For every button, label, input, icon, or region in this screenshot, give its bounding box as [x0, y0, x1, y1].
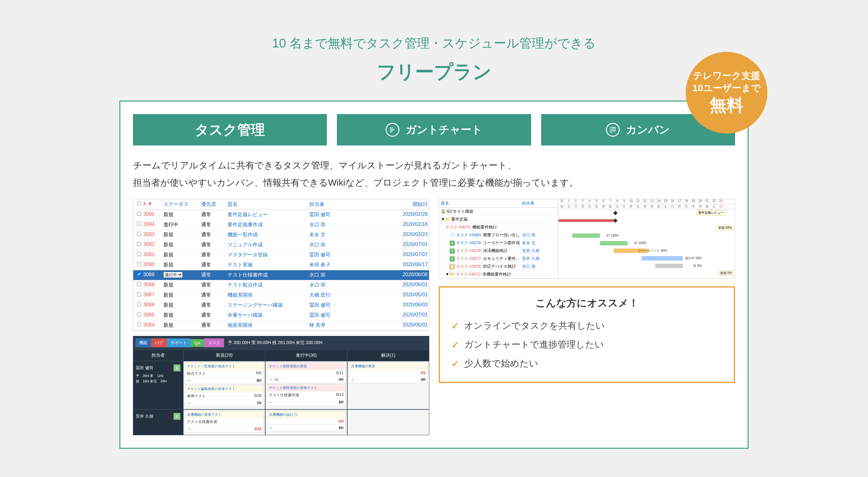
plan-title: フリープラン: [119, 59, 749, 85]
task-row[interactable]: 3084 新規 通常 画面系開発 林 美琴 2020/05/01: [133, 320, 429, 330]
filter-tag[interactable]: 機能: [135, 339, 151, 347]
gantt-bar[interactable]: [558, 219, 614, 222]
row-checkbox[interactable]: [137, 262, 141, 266]
col-priority[interactable]: 優先度: [201, 201, 227, 208]
day-number: 15: [662, 199, 669, 204]
day-number: 31: [558, 199, 565, 204]
kanban-board: 機能バグサポートQAタスク予 330.00H 実 69.00H 残 261.00…: [133, 336, 429, 435]
kanban-card[interactable]: 共通機能の設計 ◎3/9↔6H: [267, 411, 346, 432]
row-checkbox[interactable]: [137, 272, 141, 276]
gantt-row[interactable]: 📄 タスク #3080: 業務フロー洗い出し水口 崇: [439, 231, 558, 239]
gantt-row[interactable]: 実タスク #3079: ユースケース図作成末永 文: [439, 239, 558, 247]
kanban-card[interactable]: チケット編集画面の単体テスト単体テスト5/28↔7H: [185, 385, 264, 407]
gantt-label: 要件定義レビュー: [697, 210, 725, 216]
task-status: 新規: [163, 262, 201, 268]
select-all-checkbox[interactable]: [137, 201, 141, 205]
gantt-row[interactable]: 実タスク #3077: セキュリティ要件検討安井 久雄: [439, 255, 558, 263]
task-status: 進行中: [163, 272, 201, 278]
gantt-row[interactable]: 📄タスク #3076: 対応デバイス検討水口 崇: [439, 263, 558, 271]
task-priority: 通常: [201, 272, 227, 278]
col-id[interactable]: # ▼: [143, 201, 163, 208]
milestone-icon: [613, 218, 618, 223]
task-assignee: 水口 崇: [309, 282, 347, 288]
task-id: 3094: [143, 222, 163, 228]
kanban-assignee: 冨冨田 健司予 28H 実 12H残 16H 未完 28H: [133, 361, 183, 409]
gantt-row[interactable]: タスク #3075: 機能要件検討: [439, 223, 558, 231]
task-row[interactable]: 3086 新規 通常 ステージングサーバ構築 冨田 健司 2020/06/03: [133, 300, 429, 311]
task-assignee: 冨田 健司: [309, 252, 347, 258]
row-checkbox[interactable]: [137, 322, 141, 326]
task-row[interactable]: 3093 新規 通常 機能一覧作成 末永 文 2020/03/23: [133, 230, 429, 240]
task-title: テスト仕様書作成: [227, 272, 309, 278]
gantt-assignee: 水口 崇: [522, 232, 556, 238]
kanban-card[interactable]: 共通機能の単体テストテスト仕様書作成↔3/10: [185, 411, 264, 433]
kanban-card[interactable]: チケット削除画面の実装5/11↔ +24H: [267, 362, 346, 383]
task-start: 2020/06/03: [390, 302, 428, 309]
kanban-cell-new: 共通機能の単体テストテスト仕様書作成↔3/10: [183, 409, 265, 435]
tab-1[interactable]: ガントチャート: [337, 114, 531, 146]
task-priority: 通常: [201, 312, 227, 319]
row-checkbox[interactable]: [137, 212, 141, 216]
gantt-bar[interactable]: 非 0%: [655, 264, 683, 268]
kanban-cell-progress: チケット削除画面の実装5/11↔ +24Hチケット削除画面の単体テストテスト仕様…: [265, 361, 347, 409]
task-priority: 通常: [201, 262, 227, 268]
recommend-text: 少人数で始めたい: [464, 357, 538, 370]
row-checkbox[interactable]: [137, 242, 141, 246]
task-status: 新規: [163, 282, 201, 288]
task-status: 新規: [163, 252, 201, 258]
gantt-row[interactable]: 🏠 ECサイト構築: [439, 208, 558, 216]
gantt-progress: 非 0%: [693, 264, 702, 268]
task-row[interactable]: 3087 新規 通常 機能系開発 大橋 宏行 2020/05/01: [133, 290, 429, 300]
gantt-bar[interactable]: 47 100%: [600, 241, 628, 246]
gantt-assignee: 安井 久雄: [522, 248, 556, 254]
col-title[interactable]: 題名: [227, 201, 309, 208]
filter-tag[interactable]: サポート: [167, 339, 191, 347]
task-row[interactable]: 3089 進行中 通常 テスト仕様書作成 水口 崇 2020/06/08: [133, 270, 429, 280]
gantt-row[interactable]: ▼📁 タスク #3072: 非機能要件検討: [439, 271, 558, 278]
day-name: 水: [642, 204, 648, 209]
filter-tag[interactable]: QA: [191, 339, 204, 347]
task-priority: 通常: [201, 282, 227, 288]
gantt-task-title: : セキュリティ要件検討: [481, 256, 522, 261]
task-row[interactable]: 3091 新規 通常 マスタデータ登録 冨田 健司 2020/07/07: [133, 250, 429, 260]
col-start[interactable]: 開始日: [390, 201, 428, 208]
filter-tag[interactable]: バグ: [151, 339, 167, 347]
tab-label: タスク管理: [195, 121, 265, 139]
day-number: 6: [600, 199, 607, 204]
status-select[interactable]: 進行中: [163, 272, 183, 278]
gantt-bar[interactable]: 47 100%: [572, 233, 600, 238]
task-row[interactable]: 3088 新規 通常 テスト観点作成 水口 崇 2020/06/01: [133, 280, 429, 290]
recommend-text: オンラインでタスクを共有したい: [464, 320, 605, 332]
task-assignee: 冨田 健司: [309, 312, 347, 319]
day-number: 20: [697, 199, 704, 204]
task-assignee: 水口 崇: [309, 242, 347, 248]
task-title: 要件定義書作成: [227, 222, 309, 228]
row-checkbox[interactable]: [137, 312, 141, 316]
row-checkbox[interactable]: [137, 292, 141, 296]
gantt-row[interactable]: ▼📁 要件定義: [439, 216, 558, 223]
task-row[interactable]: 3085 新規 通常 本番サーバ構築 冨田 健司 2020/07/01: [133, 311, 429, 320]
filter-tag[interactable]: タスク: [204, 339, 224, 347]
day-number: 8: [614, 199, 621, 204]
row-checkbox[interactable]: [137, 302, 141, 306]
row-checkbox[interactable]: [137, 222, 141, 226]
row-checkbox[interactable]: [137, 232, 141, 236]
kanban-card[interactable]: 共通機能の実装3/5↔3H: [349, 362, 428, 383]
kanban-card[interactable]: チケット削除画面の単体テストテスト仕様書作成6/13↔6H: [267, 384, 346, 406]
col-assignee[interactable]: 担当者: [309, 201, 347, 208]
gantt-bar[interactable]: 進行中 50%: [642, 256, 683, 260]
kanban-card[interactable]: チケット一覧画面の統合テスト結合テスト6/5↔8H: [185, 362, 264, 384]
row-checkbox[interactable]: [137, 252, 141, 256]
col-status[interactable]: ステータス: [163, 201, 201, 208]
gantt-row[interactable]: 実タスク #3078: 決済機能検討安井 久雄: [439, 247, 558, 255]
gantt-task-title: : 非機能要件検討: [480, 272, 511, 277]
folder-icon: ▼📁: [441, 217, 450, 222]
task-row[interactable]: 3092 新規 通常 マニュアル作成 水口 崇 2020/07/01: [133, 240, 429, 250]
task-row[interactable]: 3094 進行中 通常 要件定義書作成 水口 崇 2020/02/18: [133, 220, 429, 230]
tab-0[interactable]: タスク管理: [133, 114, 327, 146]
task-start: 2020/02/18: [390, 222, 428, 228]
row-checkbox[interactable]: [137, 282, 141, 286]
task-row[interactable]: 3090 新規 通常 テスト実施 米田 眞子 2020/06/17: [133, 260, 429, 270]
gantt-bar[interactable]: フィードバック 80%: [614, 249, 648, 253]
task-row[interactable]: 3095 新規 通常 要件定義レビュー 冨田 健司 2020/02/28: [133, 210, 429, 220]
